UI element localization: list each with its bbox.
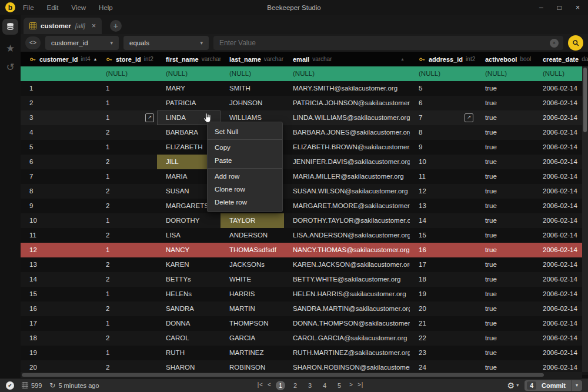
table-cell[interactable]: 2 xyxy=(97,301,157,316)
menu-item-clone-row[interactable]: Clone row xyxy=(208,183,282,196)
table-cell[interactable]: SUSAN.WILSON@sakilacustomer.org xyxy=(284,184,410,199)
menu-item-delete-row[interactable]: Delete row xyxy=(208,196,282,209)
table-cell[interactable]: 23 xyxy=(410,346,476,360)
pagination-first-button[interactable]: |< xyxy=(256,382,262,388)
table-cell[interactable]: JOHNSON xyxy=(220,96,284,110)
table-cell[interactable]: LINDA.WILLIAMS@sakilacustomer.org xyxy=(284,110,410,125)
table-row[interactable]: 42BARBARAJONESBARBARA.JONES@sakilacustom… xyxy=(21,125,588,140)
table-cell[interactable] xyxy=(21,66,97,81)
table-cell[interactable]: KAREN xyxy=(157,257,220,272)
table-cell[interactable]: MARIA.MILLER@sakilacustomer.org xyxy=(284,169,410,184)
menu-file[interactable]: File xyxy=(23,4,34,11)
column-header-address_id[interactable]: address_idint2▲ xyxy=(410,52,476,66)
new-tab-button[interactable]: + xyxy=(110,20,122,32)
table-cell[interactable]: true xyxy=(476,96,534,110)
table-row[interactable]: 11MARYSMITHMARY.SMITH@sakilacustomer.org… xyxy=(21,81,588,96)
table-row[interactable]: 121NANCYTHOMASsdfsdfNANCY.THOMAS@sakilac… xyxy=(21,243,588,257)
table-row[interactable]: 21PATRICIAJOHNSONPATRICIA.JOHNSON@sakila… xyxy=(21,96,588,110)
table-cell[interactable]: MARTINEZ xyxy=(220,346,284,360)
apply-filter-button[interactable] xyxy=(568,35,583,51)
table-cell[interactable]: SANDRA xyxy=(157,301,220,316)
table-cell[interactable]: BARBARA.JONES@sakilacustomer.org xyxy=(284,125,410,140)
filter-operator-select[interactable]: equals ▾ xyxy=(123,36,209,50)
table-cell[interactable]: 1 xyxy=(97,213,157,228)
table-cell[interactable]: 22 xyxy=(410,331,476,346)
table-cell[interactable]: 1 xyxy=(21,81,97,96)
table-cell[interactable]: true xyxy=(476,125,534,140)
table-cell[interactable]: GARCIA xyxy=(220,331,284,346)
table-cell[interactable]: KAREN.JACKSON@sakilacustomer.org xyxy=(284,257,410,272)
column-header-store_id[interactable]: store_idint2▲ xyxy=(97,52,157,66)
column-header-first_name[interactable]: first_namevarchar▲ xyxy=(157,52,220,66)
table-cell[interactable]: 14 xyxy=(21,272,97,287)
table-cell[interactable]: HELEN.HARRIS@sakilacustomer.org xyxy=(284,287,410,301)
pagination-last-button[interactable]: >| xyxy=(358,382,363,388)
minimize-button[interactable]: – xyxy=(539,4,543,12)
table-cell[interactable]: 17 xyxy=(21,316,97,331)
table-cell[interactable]: NANCY xyxy=(157,243,220,257)
table-cell[interactable]: DONNA xyxy=(157,316,220,331)
table-row[interactable]: 132KARENJACKSONsKAREN.JACKSON@sakilacust… xyxy=(21,257,588,272)
table-cell[interactable]: TAYLOR xyxy=(220,213,284,228)
filter-value-input[interactable] xyxy=(213,36,563,50)
table-cell[interactable]: true xyxy=(476,184,534,199)
table-cell[interactable]: 1 xyxy=(97,81,157,96)
table-cell[interactable]: 1 xyxy=(97,316,157,331)
menu-item-add-row[interactable]: Add row xyxy=(208,170,282,183)
table-cell[interactable]: 2 xyxy=(97,199,157,213)
table-cell[interactable]: 2 xyxy=(97,125,157,140)
table-cell[interactable]: CAROL xyxy=(157,331,220,346)
table-cell[interactable]: (NULL) xyxy=(97,66,157,81)
table-cell[interactable]: 1 xyxy=(97,169,157,184)
column-header-email[interactable]: emailvarchar▲ xyxy=(284,52,410,66)
table-cell[interactable]: BETTYs xyxy=(157,272,220,287)
commit-dropdown-caret[interactable]: ▾ xyxy=(572,383,582,388)
table-cell[interactable]: RUTH xyxy=(157,346,220,360)
table-row[interactable]: 162SANDRAMARTINSANDRA.MARTIN@sakilacusto… xyxy=(21,301,588,316)
column-header-create_date[interactable]: create_datedate▲ xyxy=(534,52,588,66)
sidebar-item-tables[interactable] xyxy=(2,19,18,35)
menu-item-copy[interactable]: Copy xyxy=(208,141,282,154)
table-cell[interactable]: 2 xyxy=(97,331,157,346)
table-cell[interactable]: 16 xyxy=(21,301,97,316)
table-cell[interactable]: 10 xyxy=(410,155,476,169)
table-cell[interactable]: 15 xyxy=(410,228,476,243)
table-cell[interactable]: 2006-02-14 xyxy=(534,110,588,125)
table-row[interactable]: 151HELENsHARRISHELEN.HARRIS@sakilacustom… xyxy=(21,287,588,301)
pagination-page-3[interactable]: 3 xyxy=(305,382,315,389)
table-cell[interactable]: (NULL) xyxy=(476,66,534,81)
table-cell[interactable]: 2006-02-14 xyxy=(534,257,588,272)
table-cell[interactable]: 2006-02-14 xyxy=(534,316,588,331)
table-cell[interactable]: ELIZABETH.BROWN@sakilacustomer.org xyxy=(284,140,410,155)
table-cell[interactable]: 2 xyxy=(97,184,157,199)
table-cell[interactable]: 10 xyxy=(21,213,97,228)
table-cell[interactable]: (NULL) xyxy=(284,66,410,81)
table-cell[interactable]: true xyxy=(476,169,534,184)
table-cell[interactable]: 14 xyxy=(410,213,476,228)
table-cell[interactable]: PATRICIA xyxy=(157,96,220,110)
table-cell[interactable]: 13 xyxy=(410,199,476,213)
table-cell[interactable]: (NULL) xyxy=(410,66,476,81)
table-cell[interactable]: 5 xyxy=(21,140,97,155)
table-cell[interactable]: SANDRA.MARTIN@sakilacustomer.org xyxy=(284,301,410,316)
table-cell[interactable]: 8 xyxy=(21,184,97,199)
table-cell[interactable]: 2006-02-14 xyxy=(534,125,588,140)
table-cell[interactable]: 7 xyxy=(21,169,97,184)
table-cell[interactable]: true xyxy=(476,140,534,155)
table-cell[interactable]: 2006-02-14 xyxy=(534,243,588,257)
table-row[interactable]: 101DOROTHYTAYLORDOROTHY.TAYLOR@sakilacus… xyxy=(21,213,588,228)
table-cell[interactable]: 19 xyxy=(410,287,476,301)
table-cell[interactable]: 1 xyxy=(97,96,157,110)
table-cell[interactable]: true xyxy=(476,301,534,316)
table-cell[interactable]: 2006-02-14 xyxy=(534,169,588,184)
table-cell[interactable]: MARY xyxy=(157,81,220,96)
table-cell[interactable]: MARGARET.MOORE@sakilacustomer.org xyxy=(284,199,410,213)
table-cell[interactable]: DOROTHY xyxy=(157,213,220,228)
table-row[interactable]: 82SUSANWILSONSUSAN.WILSON@sakilacustomer… xyxy=(21,184,588,199)
table-row[interactable]: 31↗LINDAWILLIAMSLINDA.WILLIAMS@sakilacus… xyxy=(21,110,588,125)
pagination-next-button[interactable]: > xyxy=(349,382,352,388)
table-cell[interactable]: LISA xyxy=(157,228,220,243)
menu-item-set-null[interactable]: Set Null xyxy=(208,125,282,138)
table-cell[interactable]: true xyxy=(476,243,534,257)
table-cell[interactable]: true xyxy=(476,228,534,243)
